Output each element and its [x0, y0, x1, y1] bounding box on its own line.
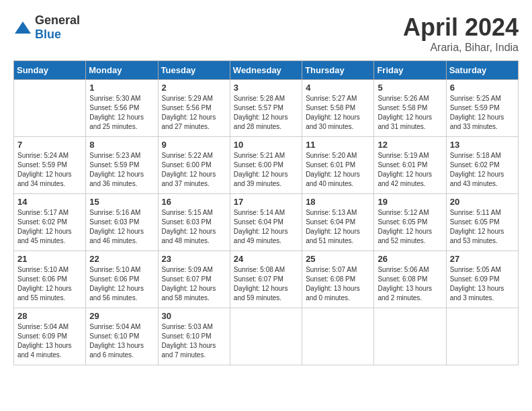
- calendar-cell: 27Sunrise: 5:05 AMSunset: 6:09 PMDayligh…: [446, 251, 518, 308]
- day-number: 26: [378, 254, 442, 264]
- calendar-cell: 25Sunrise: 5:07 AMSunset: 6:08 PMDayligh…: [302, 251, 374, 308]
- day-number: 16: [162, 197, 226, 207]
- day-number: 6: [450, 83, 515, 93]
- logo-general: General: [35, 13, 80, 27]
- calendar-cell: [374, 308, 446, 365]
- day-number: 9: [162, 140, 226, 150]
- day-number: 1: [89, 83, 154, 93]
- calendar-cell: 18Sunrise: 5:13 AMSunset: 6:04 PMDayligh…: [302, 194, 374, 251]
- day-number: 17: [234, 197, 298, 207]
- calendar-body: 1Sunrise: 5:30 AMSunset: 5:56 PMDaylight…: [14, 80, 519, 365]
- day-info: Sunrise: 5:21 AMSunset: 6:00 PMDaylight:…: [234, 151, 298, 189]
- calendar-cell: 13Sunrise: 5:18 AMSunset: 6:02 PMDayligh…: [446, 137, 518, 194]
- day-number: 18: [306, 197, 370, 207]
- logo: General Blue: [13, 13, 80, 42]
- calendar-cell: 12Sunrise: 5:19 AMSunset: 6:01 PMDayligh…: [374, 137, 446, 194]
- calendar-cell: 20Sunrise: 5:11 AMSunset: 6:05 PMDayligh…: [446, 194, 518, 251]
- calendar-cell: 26Sunrise: 5:06 AMSunset: 6:08 PMDayligh…: [374, 251, 446, 308]
- calendar-cell: [302, 308, 374, 365]
- weekday-header-row: SundayMondayTuesdayWednesdayThursdayFrid…: [14, 61, 519, 80]
- day-info: Sunrise: 5:13 AMSunset: 6:04 PMDaylight:…: [306, 208, 370, 246]
- calendar-cell: 9Sunrise: 5:22 AMSunset: 6:00 PMDaylight…: [158, 137, 230, 194]
- day-info: Sunrise: 5:07 AMSunset: 6:08 PMDaylight:…: [306, 265, 370, 303]
- month-title: April 2024: [403, 13, 519, 42]
- day-info: Sunrise: 5:27 AMSunset: 5:58 PMDaylight:…: [306, 94, 370, 132]
- calendar-cell: 30Sunrise: 5:03 AMSunset: 6:10 PMDayligh…: [158, 308, 230, 365]
- day-number: 8: [89, 140, 154, 150]
- day-number: 12: [378, 140, 442, 150]
- day-number: 2: [162, 83, 226, 93]
- day-info: Sunrise: 5:25 AMSunset: 5:59 PMDaylight:…: [450, 94, 515, 132]
- calendar-cell: 10Sunrise: 5:21 AMSunset: 6:00 PMDayligh…: [230, 137, 302, 194]
- day-number: 30: [162, 311, 226, 321]
- day-number: 15: [89, 197, 154, 207]
- day-info: Sunrise: 5:10 AMSunset: 6:06 PMDaylight:…: [89, 265, 154, 303]
- weekday-header-cell: Monday: [86, 61, 158, 80]
- calendar-cell: 29Sunrise: 5:04 AMSunset: 6:10 PMDayligh…: [86, 308, 158, 365]
- day-number: 19: [378, 197, 442, 207]
- day-number: 10: [234, 140, 298, 150]
- day-info: Sunrise: 5:16 AMSunset: 6:03 PMDaylight:…: [89, 208, 154, 246]
- day-info: Sunrise: 5:04 AMSunset: 6:09 PMDaylight:…: [17, 322, 82, 360]
- day-info: Sunrise: 5:12 AMSunset: 6:05 PMDaylight:…: [378, 208, 442, 246]
- day-number: 21: [17, 254, 82, 264]
- calendar-cell: 7Sunrise: 5:24 AMSunset: 5:59 PMDaylight…: [14, 137, 86, 194]
- day-number: 29: [89, 311, 154, 321]
- calendar-cell: 15Sunrise: 5:16 AMSunset: 6:03 PMDayligh…: [86, 194, 158, 251]
- title-block: April 2024 Araria, Bihar, India: [403, 13, 519, 54]
- calendar-cell: 8Sunrise: 5:23 AMSunset: 5:59 PMDaylight…: [86, 137, 158, 194]
- day-number: 25: [306, 254, 370, 264]
- day-number: 13: [450, 140, 515, 150]
- day-number: 24: [234, 254, 298, 264]
- day-info: Sunrise: 5:26 AMSunset: 5:58 PMDaylight:…: [378, 94, 442, 132]
- day-info: Sunrise: 5:10 AMSunset: 6:06 PMDaylight:…: [17, 265, 82, 303]
- day-number: 27: [450, 254, 515, 264]
- calendar-cell: 22Sunrise: 5:10 AMSunset: 6:06 PMDayligh…: [86, 251, 158, 308]
- weekday-header-cell: Sunday: [14, 61, 86, 80]
- day-info: Sunrise: 5:06 AMSunset: 6:08 PMDaylight:…: [378, 265, 442, 303]
- day-number: 5: [378, 83, 442, 93]
- day-number: 14: [17, 197, 82, 207]
- day-info: Sunrise: 5:22 AMSunset: 6:00 PMDaylight:…: [162, 151, 226, 189]
- location-title: Araria, Bihar, India: [403, 42, 519, 54]
- day-info: Sunrise: 5:15 AMSunset: 6:03 PMDaylight:…: [162, 208, 226, 246]
- calendar-week-row: 1Sunrise: 5:30 AMSunset: 5:56 PMDaylight…: [14, 80, 519, 137]
- calendar-cell: 28Sunrise: 5:04 AMSunset: 6:09 PMDayligh…: [14, 308, 86, 365]
- calendar-cell: [230, 308, 302, 365]
- weekday-header-cell: Friday: [374, 61, 446, 80]
- day-info: Sunrise: 5:24 AMSunset: 5:59 PMDaylight:…: [17, 151, 82, 189]
- day-number: 11: [306, 140, 370, 150]
- generalblue-logo-icon: [13, 20, 32, 35]
- calendar-cell: 2Sunrise: 5:29 AMSunset: 5:56 PMDaylight…: [158, 80, 230, 137]
- day-info: Sunrise: 5:29 AMSunset: 5:56 PMDaylight:…: [162, 94, 226, 132]
- day-info: Sunrise: 5:04 AMSunset: 6:10 PMDaylight:…: [89, 322, 154, 360]
- calendar-week-row: 28Sunrise: 5:04 AMSunset: 6:09 PMDayligh…: [14, 308, 519, 365]
- calendar-table: SundayMondayTuesdayWednesdayThursdayFrid…: [13, 60, 519, 365]
- day-info: Sunrise: 5:30 AMSunset: 5:56 PMDaylight:…: [89, 94, 154, 132]
- calendar-cell: 11Sunrise: 5:20 AMSunset: 6:01 PMDayligh…: [302, 137, 374, 194]
- calendar-cell: 6Sunrise: 5:25 AMSunset: 5:59 PMDaylight…: [446, 80, 518, 137]
- calendar-cell: 14Sunrise: 5:17 AMSunset: 6:02 PMDayligh…: [14, 194, 86, 251]
- day-info: Sunrise: 5:03 AMSunset: 6:10 PMDaylight:…: [162, 322, 226, 360]
- day-number: 28: [17, 311, 82, 321]
- weekday-header-cell: Saturday: [446, 61, 518, 80]
- calendar-week-row: 21Sunrise: 5:10 AMSunset: 6:06 PMDayligh…: [14, 251, 519, 308]
- day-info: Sunrise: 5:14 AMSunset: 6:04 PMDaylight:…: [234, 208, 298, 246]
- day-info: Sunrise: 5:17 AMSunset: 6:02 PMDaylight:…: [17, 208, 82, 246]
- calendar-cell: [14, 80, 86, 137]
- calendar-cell: 4Sunrise: 5:27 AMSunset: 5:58 PMDaylight…: [302, 80, 374, 137]
- svg-marker-0: [15, 21, 31, 34]
- calendar-week-row: 14Sunrise: 5:17 AMSunset: 6:02 PMDayligh…: [14, 194, 519, 251]
- day-number: 23: [162, 254, 226, 264]
- calendar-cell: 23Sunrise: 5:09 AMSunset: 6:07 PMDayligh…: [158, 251, 230, 308]
- logo-text: General Blue: [35, 13, 80, 42]
- weekday-header-cell: Thursday: [302, 61, 374, 80]
- day-info: Sunrise: 5:09 AMSunset: 6:07 PMDaylight:…: [162, 265, 226, 303]
- calendar-cell: 17Sunrise: 5:14 AMSunset: 6:04 PMDayligh…: [230, 194, 302, 251]
- day-number: 22: [89, 254, 154, 264]
- day-number: 3: [234, 83, 298, 93]
- weekday-header-cell: Wednesday: [230, 61, 302, 80]
- day-info: Sunrise: 5:11 AMSunset: 6:05 PMDaylight:…: [450, 208, 515, 246]
- day-number: 20: [450, 197, 515, 207]
- calendar-cell: 5Sunrise: 5:26 AMSunset: 5:58 PMDaylight…: [374, 80, 446, 137]
